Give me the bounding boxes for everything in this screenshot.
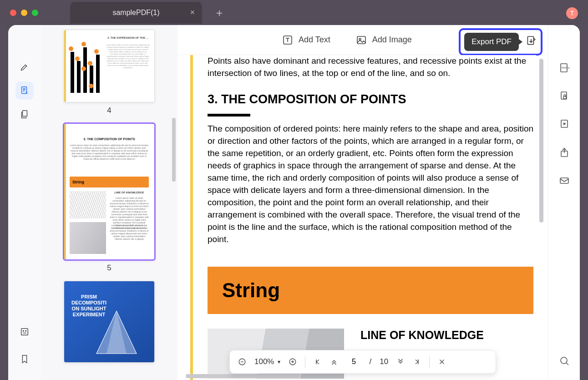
tab-title: samplePDF(1) <box>112 9 159 17</box>
mail-icon <box>559 175 570 186</box>
svg-point-3 <box>23 330 24 331</box>
last-page-button[interactable] <box>413 358 421 366</box>
export-pdf-label: Export PDF <box>471 37 512 46</box>
chevron-up-double-icon <box>330 358 338 366</box>
separator <box>429 356 430 368</box>
window-controls <box>10 10 38 16</box>
prev-page-button[interactable] <box>330 358 338 366</box>
thumbnail-scrollbar[interactable] <box>172 118 176 182</box>
document-viewer[interactable]: Points also have dominant and recessive … <box>177 55 548 380</box>
svg-rect-10 <box>527 36 533 44</box>
thumb6-line2: DECOMPOSITI <box>71 300 106 305</box>
lock-page-icon <box>559 91 570 101</box>
left-tool-rail <box>8 25 41 380</box>
minus-icon <box>238 358 246 366</box>
next-page-button[interactable] <box>396 358 405 366</box>
pdfa-tool[interactable]: PDF/A <box>559 62 570 75</box>
export-icon <box>525 35 537 47</box>
viewer-vertical-scrollbar[interactable] <box>539 59 543 223</box>
edit-page-tool[interactable] <box>15 81 34 100</box>
highlighter-tool[interactable] <box>15 58 34 76</box>
thumbnail-item[interactable]: 2. THE EXPRESSION OF THE ... Lorem ipsum… <box>59 30 159 115</box>
thumbnail-item[interactable]: 3. THE COMPOSITION OF POINTS Lorem ipsum… <box>59 123 159 273</box>
close-window-button[interactable] <box>10 10 16 16</box>
pages-tool[interactable] <box>15 105 34 123</box>
chevron-first-icon <box>314 358 322 366</box>
caret-down-icon: ▾ <box>278 359 280 365</box>
svg-point-20 <box>561 357 567 364</box>
chevron-last-icon <box>413 358 421 366</box>
thumb6-line1: PRISM <box>81 294 97 299</box>
lok-heading: LINE OF KNOWLEDGE <box>360 329 484 342</box>
plus-icon <box>289 358 297 366</box>
thumbnail-item[interactable]: PRISM DECOMPOSITI ON SUNLIGHT EXPERIMENT <box>59 281 159 363</box>
export-pdf-tooltip: Export PDF <box>464 33 519 51</box>
zoom-level-text: 100% <box>254 357 274 366</box>
form-icon <box>20 327 30 337</box>
svg-rect-8 <box>357 36 365 44</box>
thumbnail-number: 5 <box>59 263 159 273</box>
add-image-button[interactable]: Add Image <box>356 35 412 46</box>
zoom-in-button[interactable] <box>289 358 297 366</box>
separator <box>305 356 305 368</box>
thumbnail-number: 4 <box>59 106 159 115</box>
edit-page-icon <box>20 86 30 96</box>
document-page: Points also have dominant and recessive … <box>190 55 536 380</box>
mail-tool[interactable] <box>559 175 570 188</box>
thumbnail-page-4[interactable]: 2. THE EXPRESSION OF THE ... Lorem ipsum… <box>64 30 155 102</box>
add-image-label: Add Image <box>372 35 412 45</box>
heading-underline <box>208 114 250 117</box>
svg-rect-0 <box>22 87 27 94</box>
document-tab[interactable]: samplePDF(1) × <box>70 2 202 24</box>
close-toolbar-button[interactable] <box>438 358 446 366</box>
svg-text:PDF/A: PDF/A <box>562 66 570 69</box>
new-tab-button[interactable]: ＋ <box>214 5 225 20</box>
svg-point-4 <box>25 330 26 331</box>
share-icon <box>559 147 570 158</box>
document-pane: Add Text Add Image Export PDF Points als… <box>177 25 548 380</box>
page-total: 10 <box>380 357 388 366</box>
highlighter-icon <box>20 62 30 72</box>
minimize-window-button[interactable] <box>21 10 27 16</box>
search-icon <box>559 355 570 366</box>
doc-heading: 3. THE COMPOSITION OF POINTS <box>208 92 536 106</box>
first-page-button[interactable] <box>314 358 322 366</box>
zoom-out-button[interactable] <box>238 358 246 366</box>
doc-body-paragraph: The composition of ordered points: here … <box>208 123 535 246</box>
slideshow-tool[interactable] <box>559 119 570 132</box>
bookmark-icon <box>20 354 30 364</box>
banner-text: String <box>222 279 280 302</box>
pdfa-icon: PDF/A <box>559 62 570 73</box>
protect-tool[interactable] <box>559 91 570 103</box>
app-window: 2. THE EXPRESSION OF THE ... Lorem ipsum… <box>8 25 580 380</box>
thumbnail-page-6[interactable]: PRISM DECOMPOSITI ON SUNLIGHT EXPERIMENT <box>64 281 155 363</box>
text-icon <box>282 35 293 46</box>
play-page-icon <box>559 119 570 130</box>
thumb-heading: 3. THE COMPOSITION OF POINTS <box>70 137 149 141</box>
bookmark-tool[interactable] <box>15 350 34 368</box>
form-tool[interactable] <box>15 323 34 341</box>
svg-rect-19 <box>560 178 568 183</box>
page-number-input[interactable] <box>346 357 361 366</box>
user-avatar[interactable]: T <box>566 7 578 19</box>
thumbnail-page-5[interactable]: 3. THE COMPOSITION OF POINTS Lorem ipsum… <box>64 123 155 260</box>
prism-illustration <box>91 306 142 361</box>
search-tool[interactable] <box>559 355 570 368</box>
thumbnail-panel[interactable]: 2. THE EXPRESSION OF THE ... Lorem ipsum… <box>41 25 177 380</box>
zoom-level-dropdown[interactable]: 100% ▾ <box>254 357 280 366</box>
titlebar: samplePDF(1) × ＋ T <box>0 0 588 25</box>
pages-icon <box>20 109 30 119</box>
add-text-button[interactable]: Add Text <box>282 35 330 46</box>
viewer-horizontal-scrollbar[interactable] <box>186 374 299 378</box>
chevron-down-double-icon <box>396 358 405 366</box>
close-tab-button[interactable]: × <box>190 8 195 17</box>
maximize-window-button[interactable] <box>32 10 38 16</box>
svg-rect-16 <box>563 96 566 99</box>
zoom-page-toolbar: 100% ▾ / 10 <box>229 350 496 374</box>
string-banner: String <box>208 267 533 314</box>
export-pdf-button[interactable] <box>525 35 537 49</box>
svg-rect-1 <box>22 111 27 117</box>
share-tool[interactable] <box>559 147 570 160</box>
image-icon <box>356 35 367 46</box>
svg-rect-2 <box>21 329 28 335</box>
